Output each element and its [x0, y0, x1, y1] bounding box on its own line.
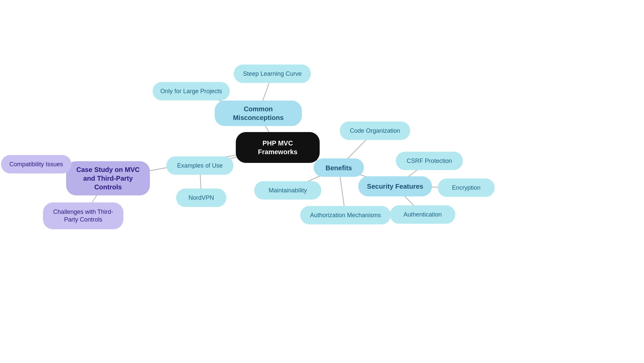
csrf-protection-node[interactable]: CSRF Protection — [396, 152, 463, 170]
code-organization-node[interactable]: Code Organization — [340, 122, 410, 140]
only-large-projects-node[interactable]: Only for Large Projects — [153, 82, 230, 101]
steep-learning-curve-node[interactable]: Steep Learning Curve — [234, 65, 311, 83]
security-features-node[interactable]: Security Features — [358, 176, 432, 196]
center-node[interactable]: PHP MVC Frameworks — [236, 132, 320, 163]
challenges-third-party-node[interactable]: Challenges with Third-Party Controls — [43, 202, 123, 229]
common-misconceptions-node[interactable]: Common Misconceptions — [215, 101, 302, 126]
benefits-node[interactable]: Benefits — [314, 159, 364, 177]
examples-of-use-node[interactable]: Examples of Use — [166, 157, 233, 175]
authentication-node[interactable]: Authentication — [390, 205, 455, 224]
authorization-mechanisms-node[interactable]: Authorization Mechanisms — [300, 206, 391, 225]
nordvpn-node[interactable]: NordVPN — [176, 189, 226, 207]
compatibility-issues-node[interactable]: Compatibility Issues — [1, 155, 71, 174]
case-study-node[interactable]: Case Study on MVC and Third-Party Contro… — [66, 161, 150, 195]
maintainability-node[interactable]: Maintainability — [254, 181, 321, 200]
encryption-node[interactable]: Encryption — [438, 179, 495, 197]
